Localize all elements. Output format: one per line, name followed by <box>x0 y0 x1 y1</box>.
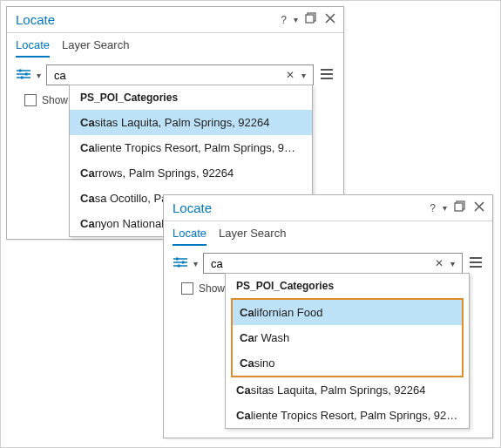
collapse-icon[interactable]: ▾ <box>443 203 447 213</box>
collapse-icon[interactable]: ▾ <box>294 15 298 24</box>
svg-rect-8 <box>182 261 185 263</box>
filter-dropdown-icon[interactable]: ▾ <box>37 71 41 80</box>
search-box: ✕ ▾ <box>46 64 314 85</box>
search-dropdown-icon[interactable]: ▾ <box>298 71 309 80</box>
suggestion-item[interactable]: Car Wash <box>233 325 462 350</box>
filter-settings-icon[interactable] <box>173 256 188 271</box>
tab-locate[interactable]: Locate <box>16 38 50 58</box>
search-input[interactable] <box>209 256 431 271</box>
suggestion-item[interactable]: Casitas Laquita, Palm Springs, 92264 <box>226 377 469 403</box>
tab-row: Locate Layer Search <box>164 221 492 246</box>
search-input[interactable] <box>52 68 282 83</box>
title-bar: Locate ? ▾ <box>7 7 343 33</box>
help-icon[interactable]: ? <box>281 14 287 26</box>
tab-layer-search[interactable]: Layer Search <box>219 227 286 246</box>
menu-icon[interactable] <box>319 68 335 83</box>
tab-row: Locate Layer Search <box>7 33 343 58</box>
suggestion-list: Casitas Laquita, Palm Springs, 92264Cali… <box>226 377 469 428</box>
restore-icon[interactable] <box>305 12 317 27</box>
title-icons: ? ▾ <box>281 12 336 27</box>
svg-rect-7 <box>176 257 179 260</box>
suggestion-item[interactable]: Casitas Laquita, Palm Springs, 92264 <box>70 110 312 135</box>
show-checkbox[interactable] <box>24 94 37 106</box>
svg-rect-2 <box>19 69 22 71</box>
title-icons: ? ▾ <box>430 200 485 215</box>
menu-icon[interactable] <box>468 256 484 271</box>
filter-dropdown-icon[interactable]: ▾ <box>193 259 198 268</box>
svg-rect-3 <box>25 72 28 75</box>
svg-rect-4 <box>21 76 24 78</box>
title-bar: Locate ? ▾ <box>164 195 492 221</box>
tab-layer-search[interactable]: Layer Search <box>62 38 129 58</box>
suggestion-item[interactable]: Californian Food <box>233 300 462 325</box>
svg-rect-9 <box>178 264 180 267</box>
clear-icon[interactable]: ✕ <box>282 69 298 81</box>
svg-rect-1 <box>306 15 314 23</box>
filter-settings-icon[interactable] <box>16 68 31 83</box>
tab-locate[interactable]: Locate <box>173 227 206 246</box>
suggestion-item[interactable]: Carrows, Palm Springs, 92264 <box>70 160 312 186</box>
suggestions-header: PS_POI_Categories <box>70 85 312 110</box>
close-icon[interactable] <box>324 12 336 27</box>
suggestion-item[interactable]: Caliente Tropics Resort, Palm Springs, 9… <box>226 403 469 428</box>
clear-icon[interactable]: ✕ <box>431 257 447 269</box>
grouped-suggestions: Californian FoodCar WashCasino <box>231 298 464 377</box>
help-icon[interactable]: ? <box>430 202 436 214</box>
panel-title: Locate <box>16 12 281 27</box>
panel-title: Locate <box>173 200 430 215</box>
svg-rect-6 <box>455 203 463 211</box>
restore-icon[interactable] <box>454 200 466 215</box>
show-label: Show <box>42 94 68 106</box>
suggestions-popup-b: PS_POI_Categories Californian FoodCar Wa… <box>225 273 470 429</box>
search-dropdown-icon[interactable]: ▾ <box>447 259 458 268</box>
close-icon[interactable] <box>473 200 485 215</box>
show-label: Show <box>199 282 225 295</box>
show-checkbox[interactable] <box>181 282 193 295</box>
suggestion-item[interactable]: Casino <box>233 350 462 376</box>
search-box: ✕ ▾ <box>203 253 463 274</box>
suggestions-header: PS_POI_Categories <box>226 274 469 298</box>
suggestion-item[interactable]: Caliente Tropics Resort, Palm Springs, 9… <box>70 135 312 160</box>
